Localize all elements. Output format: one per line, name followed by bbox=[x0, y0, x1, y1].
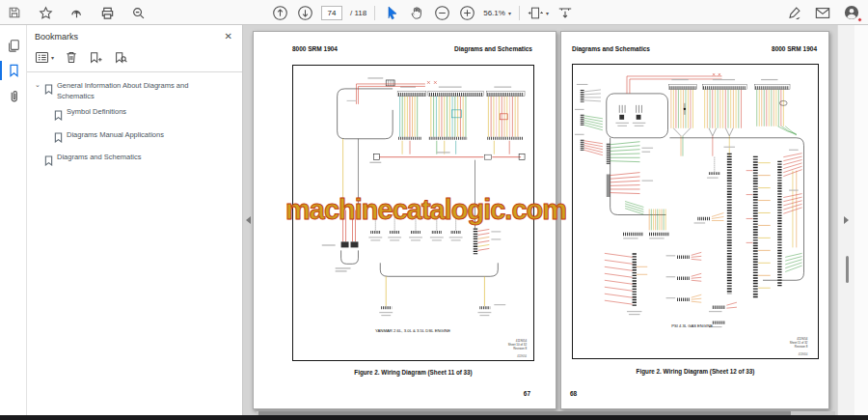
bookmark-item-diagrams-manual-applications[interactable]: Diagrams Manual Applications bbox=[54, 129, 238, 148]
engine-caption: PSI 4.3L GAS ENGINE bbox=[671, 323, 713, 328]
pdf-viewer-window: / 118 56.1% ▾ ▾ bbox=[0, 0, 868, 420]
wiring-diagram-psi: PSI 4.3L GAS ENGINE 4119054 Sheet 11 of … bbox=[572, 64, 819, 359]
figure-caption: Figure 2. Wiring Diagram (Sheet 12 of 33… bbox=[572, 368, 819, 375]
bookmark-icon bbox=[54, 129, 63, 147]
email-icon[interactable] bbox=[814, 4, 831, 21]
bookmark-label: Diagrams and Schematics bbox=[57, 152, 142, 162]
corner-code: 4119054 bbox=[799, 351, 808, 355]
page-header-left: Diagrams and Schematics bbox=[572, 45, 650, 52]
bookmark-icon bbox=[44, 153, 53, 170]
fit-width-scrolling-icon[interactable] bbox=[556, 4, 574, 21]
toolbar-separator bbox=[374, 6, 375, 20]
bookmark-item-diagrams-and-schematics[interactable]: Diagrams and Schematics bbox=[44, 152, 238, 170]
profile-avatar-icon[interactable] bbox=[843, 4, 860, 21]
fill-sign-pen-icon[interactable] bbox=[785, 4, 802, 21]
chevron-down-icon[interactable]: ⌄ bbox=[35, 81, 44, 89]
bookmark-options-icon[interactable]: ▾ bbox=[35, 51, 54, 64]
bookmarks-panel-icon[interactable] bbox=[0, 58, 27, 83]
taskbar-edge bbox=[0, 415, 868, 420]
bookmark-label: Diagrams Manual Applications bbox=[67, 129, 164, 140]
bookmarks-panel-header: Bookmarks ✕ bbox=[27, 25, 242, 45]
pdf-page-left: 8000 SRM 1904 Diagrams and Schematics bbox=[253, 31, 556, 409]
bookmark-label: General Information About Diagrams and S… bbox=[57, 80, 221, 101]
right-gutter bbox=[837, 25, 854, 415]
print-icon[interactable] bbox=[98, 4, 116, 21]
share-upload-icon[interactable] bbox=[68, 4, 85, 21]
fit-page-dropdown[interactable]: ▾ bbox=[528, 6, 549, 20]
select-tool-icon[interactable] bbox=[383, 4, 400, 21]
hand-tool-icon[interactable] bbox=[408, 4, 425, 21]
bookmark-label: Symbol Definitions bbox=[67, 106, 126, 117]
vertical-scrollbar-thumb[interactable] bbox=[846, 256, 849, 283]
bookmark-icon bbox=[54, 107, 63, 125]
close-icon[interactable]: ✕ bbox=[225, 32, 232, 42]
bookmark-item-symbol-definitions[interactable]: Symbol Definitions bbox=[54, 106, 238, 125]
toolbar-separator bbox=[519, 6, 520, 20]
page-header-right: 8000 SRM 1904 bbox=[772, 45, 817, 52]
top-toolbar: / 118 56.1% ▾ ▾ bbox=[0, 0, 868, 25]
panel-divider bbox=[27, 71, 242, 72]
bookmark-icon bbox=[44, 81, 53, 98]
sheet-note-line: Revision 8 bbox=[513, 347, 527, 350]
star-icon[interactable] bbox=[37, 4, 54, 21]
sidebar-rail bbox=[0, 25, 27, 415]
find-bookmark-icon[interactable] bbox=[114, 51, 127, 64]
zoom-out-icon[interactable] bbox=[433, 4, 450, 21]
previous-page-arrow[interactable] bbox=[246, 216, 251, 224]
document-area: 8000 SRM 1904 Diagrams and Schematics bbox=[243, 25, 868, 415]
pdf-page-right: Diagrams and Schematics 8000 SRM 1904 bbox=[560, 31, 829, 409]
notification-badge bbox=[857, 17, 862, 22]
engine-caption: YANMAR 2.6L, 3.0L & 3.5L DSL ENGINE bbox=[375, 328, 450, 333]
toolbar-right-group bbox=[785, 0, 860, 25]
panel-title: Bookmarks bbox=[35, 32, 78, 42]
next-page-icon[interactable] bbox=[296, 4, 313, 21]
zoom-in-icon[interactable] bbox=[458, 4, 475, 21]
bookmark-item-general-information[interactable]: ⌄ General Information About Diagrams and… bbox=[35, 80, 238, 101]
next-page-arrow[interactable] bbox=[844, 216, 849, 224]
search-icon[interactable] bbox=[129, 4, 147, 21]
page-total-label: / 118 bbox=[350, 9, 366, 17]
toolbar-left-group bbox=[6, 0, 147, 25]
bookmarks-tree: ⌄ General Information About Diagrams and… bbox=[27, 78, 242, 170]
page-thumbnails-icon[interactable] bbox=[0, 33, 27, 58]
sheet-note-line: Revision 8 bbox=[795, 345, 808, 349]
attachments-paperclip-icon[interactable] bbox=[0, 83, 27, 108]
bookmarks-toolbar: ▾ bbox=[27, 45, 242, 70]
page-header-right: Diagrams and Schematics bbox=[454, 45, 532, 52]
figure-caption: Figure 2. Wiring Diagram (Sheet 11 of 33… bbox=[292, 369, 534, 376]
page-number-input[interactable] bbox=[321, 6, 342, 20]
bookmarks-panel: Bookmarks ✕ ▾ ⌄ bbox=[27, 25, 243, 415]
wiring-diagram-yanmar: YANMAR 2.6L, 3.0L & 3.5L DSL ENGINE 4119… bbox=[292, 65, 534, 361]
zoom-level-value: 56.1% bbox=[483, 9, 505, 17]
right-scrollbar-track bbox=[854, 25, 868, 415]
page-number: 67 bbox=[524, 390, 530, 397]
chevron-down-icon: ▾ bbox=[508, 10, 511, 16]
delete-bookmark-trash-icon[interactable] bbox=[66, 51, 77, 64]
save-icon[interactable] bbox=[6, 4, 23, 21]
corner-code: 4119054 bbox=[517, 354, 527, 358]
previous-page-icon[interactable] bbox=[271, 4, 288, 21]
chevron-down-icon: ▾ bbox=[546, 10, 549, 16]
toolbar-center-group: / 118 56.1% ▾ ▾ bbox=[271, 0, 574, 25]
page-number: 68 bbox=[570, 390, 577, 397]
chevron-down-icon: ▾ bbox=[51, 54, 54, 61]
zoom-level-dropdown[interactable]: 56.1% ▾ bbox=[483, 9, 511, 17]
page-header-left: 8000 SRM 1904 bbox=[292, 45, 338, 52]
new-bookmark-icon[interactable] bbox=[89, 51, 102, 64]
